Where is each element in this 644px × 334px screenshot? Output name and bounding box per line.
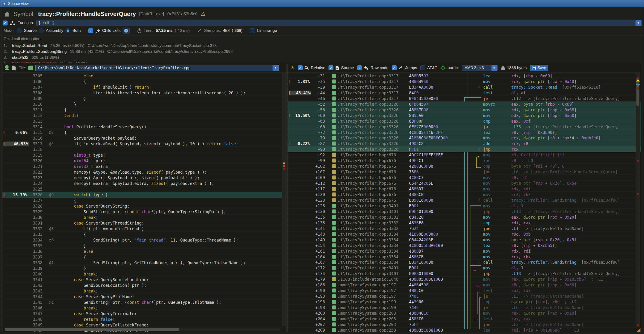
asm-vscrollbar[interactable] bbox=[636, 73, 640, 327]
source-location[interactable]: …t\TracyProfiler.cpp:3332 bbox=[338, 226, 398, 231]
collapse-triangle-icon[interactable]: ▼ bbox=[3, 2, 6, 5]
source-file-swatch[interactable] bbox=[332, 96, 336, 101]
asm-row[interactable]: +195…mon\TracySystem.cpp:199443900cmpdwo… bbox=[288, 299, 641, 305]
asm-row[interactable]: +164…t\TracyProfiler.cpp:3334488BCBmovrc… bbox=[288, 254, 641, 260]
mode-assembly-label[interactable]: Assembly bbox=[46, 28, 63, 33]
resize-grip[interactable] bbox=[637, 328, 640, 332]
source-file-swatch[interactable] bbox=[332, 238, 336, 242]
asm-row[interactable]: +149…t\TracyProfiler.cpp:3334C64424205Fm… bbox=[288, 237, 641, 243]
source-file-swatch[interactable] bbox=[332, 209, 336, 213]
asm-row[interactable]: +135…t\TracyProfiler.cpp:33328B4320movea… bbox=[288, 214, 641, 220]
source-line[interactable]: 3325 bbox=[2, 186, 286, 192]
source-file-swatch[interactable] bbox=[332, 131, 336, 135]
asm-row[interactable]: +207…mon\TracySystem.cpp:20375F2jne.L2 -… bbox=[288, 322, 641, 328]
source-file-swatch[interactable] bbox=[332, 204, 336, 208]
source-location[interactable]: …t\TracyProfiler.hpp:676 bbox=[338, 198, 396, 203]
source-file-swatch[interactable] bbox=[332, 114, 336, 118]
source-location[interactable]: …t\TracyProfiler.cpp:3332 bbox=[338, 220, 398, 225]
source-file-swatch[interactable] bbox=[332, 266, 336, 270]
source-location[interactable]: …t\TracyProfiler.cpp:3334 bbox=[338, 243, 398, 248]
source-location[interactable]: …t\TracyProfiler.hpp:676 bbox=[338, 158, 396, 163]
source-file-swatch[interactable] bbox=[332, 181, 336, 185]
source-location[interactable]: …mon\TracySystem.cpp:197 bbox=[338, 283, 396, 287]
asm-row[interactable]: +179…1103\include\atomic:1048488B05B63C1… bbox=[288, 276, 641, 282]
source-location[interactable]: …mon\TracySystem.cpp:203 bbox=[338, 311, 396, 316]
source-file-swatch[interactable] bbox=[332, 153, 336, 157]
source-line[interactable]: 3344 case ServerQueryPlotName: bbox=[2, 294, 286, 300]
asm-row[interactable]: +31…t\TracyProfiler.cpp:3317488D5597lear… bbox=[288, 73, 641, 79]
function-select[interactable]: [ - self - ] ▼ bbox=[36, 20, 642, 26]
source-location[interactable]: …t\TracyProfiler.cpp:3334 bbox=[338, 238, 398, 242]
source-file-swatch[interactable] bbox=[332, 300, 336, 304]
uarch-select[interactable]: AMD Zen 3 ▼ bbox=[462, 65, 498, 71]
source-hscroll-thumb[interactable] bbox=[5, 328, 180, 331]
source-line[interactable]: 3328 case ServerQueryString: bbox=[2, 203, 286, 209]
source-file-swatch[interactable] bbox=[332, 91, 336, 95]
source-file-swatch[interactable] bbox=[332, 272, 336, 276]
asm-row[interactable]: +117…t\TracyProfiler.hpp:676488BD7movrdx… bbox=[288, 186, 641, 192]
source-file-swatch[interactable] bbox=[332, 232, 336, 236]
source-line[interactable]: 3333 { bbox=[2, 232, 286, 237]
mode-both-label[interactable]: Both bbox=[72, 28, 81, 33]
source-file-swatch[interactable] bbox=[332, 255, 336, 259]
source-line[interactable]: 3336 else bbox=[2, 249, 286, 254]
source-location[interactable]: …t\TracyProfiler.cpp:3317 bbox=[338, 85, 398, 90]
save-button[interactable]: Save bbox=[530, 65, 548, 71]
window-titlebar[interactable]: ▼ Source view bbox=[0, 0, 644, 7]
source-location[interactable]: …t\TracyProfiler.cpp:3401 bbox=[338, 203, 398, 208]
asm-row[interactable]: +46…t\TracyProfiler.cpp:33170F8435020000… bbox=[288, 96, 641, 101]
asm-row[interactable]: +123…t\TracyProfiler.hpp:676E850160000‹c… bbox=[288, 197, 641, 203]
source-file-swatch[interactable] bbox=[332, 159, 336, 163]
source-location[interactable]: …t\TracyProfiler.cpp:3317 bbox=[338, 74, 398, 78]
source-line[interactable]: 3309 } bbox=[2, 96, 286, 101]
source-line[interactable]: 3331 case ServerQueryThreadString: bbox=[2, 220, 286, 226]
source-line[interactable]: 3312#endif bbox=[2, 113, 286, 118]
asm-row[interactable]: 15.50%+60…t\TracyProfiler.cpp:33268B55A0… bbox=[288, 113, 641, 118]
mode-radio-assembly[interactable] bbox=[39, 28, 44, 33]
source-line[interactable]: 3311} bbox=[2, 107, 286, 113]
source-file-swatch[interactable] bbox=[332, 79, 336, 83]
mode-radio-both[interactable] bbox=[66, 28, 70, 33]
source-toggle[interactable]: ✓ Source bbox=[328, 65, 354, 70]
source-location[interactable]: …t\TracyProfiler.cpp:3326 bbox=[338, 141, 398, 146]
asm-row[interactable]: +56…t\TracyProfiler.cpp:3326488B7D98movr… bbox=[288, 107, 641, 113]
asm-row[interactable]: +141…t\TracyProfiler.cpp:33327524jne.L1 … bbox=[288, 226, 641, 231]
source-line[interactable]: 3322 memcpy( &type, &payload.type, sizeo… bbox=[2, 169, 286, 175]
source-line[interactable]: 3321 uint32_t extra; bbox=[2, 164, 286, 169]
source-location[interactable]: …t\TracyProfiler.cpp:3326 bbox=[338, 102, 398, 107]
asm-row[interactable]: +200…mon\TracySystem.cpp:203488B4010movr… bbox=[288, 311, 641, 316]
source-location[interactable]: …t\TracyProfiler.hpp:676 bbox=[338, 175, 396, 180]
source-line[interactable]: 3341 case ServerQuerySourceLocation: bbox=[2, 277, 286, 283]
asm-row[interactable]: +172…t\TracyProfiler.cpp:3401B001moval, … bbox=[288, 265, 641, 271]
asm-row[interactable]: +79…t\TracyProfiler.cpp:3326418B8C80E0BF… bbox=[288, 135, 641, 141]
source-location[interactable]: …mon\TracySystem.cpp:199 bbox=[338, 300, 396, 304]
asm-row[interactable]: +161…t\TracyProfiler.cpp:3334488BD7movrd… bbox=[288, 248, 641, 254]
asm-anchor[interactable]: @1 bbox=[49, 300, 54, 305]
jumps-toggle[interactable]: ✓ Jumps bbox=[392, 65, 417, 70]
source-location[interactable]: …t\TracyProfiler.cpp:3334 bbox=[338, 255, 398, 259]
asm-row[interactable]: +186…mon\TracySystem.cpp:197448B4598movr… bbox=[288, 282, 641, 288]
source-file-swatch[interactable] bbox=[332, 260, 336, 264]
source-file-swatch[interactable] bbox=[332, 277, 336, 281]
source-location[interactable]: …t\TracyProfiler.cpp:3326 bbox=[338, 113, 398, 118]
file-select[interactable]: C:\Users\wolf\Desktop\darkrl\contrib\tra… bbox=[36, 65, 279, 71]
asm-row[interactable]: +52…t\TracyProfiler.cpp:33260FB64597movz… bbox=[288, 101, 641, 107]
source-line[interactable]: 3343 break; bbox=[2, 288, 286, 294]
source-line[interactable]: 3308 std::this_thread::sleep_for( std::c… bbox=[2, 90, 286, 96]
source-location[interactable]: …mon\TracySystem.cpp:258 bbox=[338, 328, 396, 332]
source-line[interactable]: 3320 uint64_t ptr; bbox=[2, 158, 286, 164]
database-icon[interactable] bbox=[4, 65, 10, 71]
source-line[interactable]: 3323 memcpy( &ptr, &payload.ptr, sizeof(… bbox=[2, 175, 286, 181]
file-color-swatch[interactable] bbox=[28, 66, 33, 70]
chevron-down-icon[interactable]: ▼ bbox=[492, 65, 497, 71]
source-line[interactable]: 3327 { bbox=[2, 198, 286, 203]
source-location[interactable]: …mon\TracySystem.cpp:197 bbox=[338, 294, 396, 299]
limit-range-checkbox[interactable] bbox=[250, 28, 255, 33]
source-location[interactable]: …mon\TracySystem.cpp:197 bbox=[338, 288, 396, 293]
source-file-swatch[interactable] bbox=[332, 74, 336, 78]
source-file-swatch[interactable] bbox=[332, 170, 336, 174]
source-file-swatch[interactable] bbox=[332, 125, 336, 129]
source-line[interactable]: 3342 SendSourceLocation( ptr ); bbox=[2, 283, 286, 288]
source-location[interactable]: …t\TracyProfiler.cpp:3334 bbox=[338, 249, 398, 254]
source-file-swatch[interactable] bbox=[332, 102, 336, 106]
